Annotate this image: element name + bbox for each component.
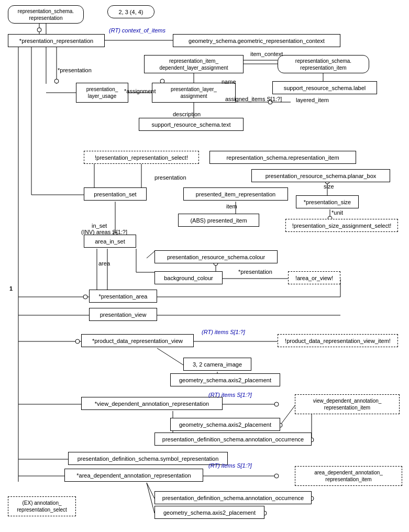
svg-line-40 (147, 251, 154, 258)
svg-point-63 (75, 339, 80, 343)
representation-schema-representation-box: representation_schema. representation (8, 5, 84, 24)
label-rt-items-3: (RT) items S[1:?] (208, 462, 252, 469)
label-assigned-items: assigned_items S[1:?] (225, 96, 282, 102)
support-resource-schema-label-box: support_resource_schema.label (272, 81, 377, 94)
label-description: description (173, 111, 201, 117)
presentation-representation-select-box: !presentation_representation_select! (84, 151, 199, 164)
svg-point-53 (274, 474, 279, 478)
svg-point-65 (37, 28, 41, 32)
presented-item-representation-box: presented_item_representation (183, 187, 288, 201)
area-in-set-box: area_in_set (84, 235, 136, 248)
presentation-size-box: *presentation_size (296, 195, 359, 208)
label-presentation-1: *presentation (58, 67, 92, 73)
label-inv-areas: (INV) areas S[1:?] (81, 229, 127, 235)
area-dependent-annotation-representation-item-box: area_dependent_annotation_ representatio… (295, 466, 402, 486)
view-dependent-annotation-representation-item-box: view_dependent_annotation_ representatio… (295, 394, 400, 414)
presentation-resource-schema-colour-box: presentation_resource_schema.colour (154, 250, 278, 263)
uml-diagram: representation_schema. representation 2,… (0, 0, 409, 532)
representation-item-dependent-layer-assignment-box: representation_item_ dependent_layer_ass… (144, 55, 244, 73)
support-resource-schema-text-box: support_resource_schema.text (139, 118, 244, 131)
area-dependent-annotation-representation-box: *area_dependent_annotation_representatio… (64, 469, 203, 482)
presentation-set-box: presentation_set (84, 187, 147, 201)
svg-line-37 (280, 404, 296, 425)
svg-line-35 (147, 483, 154, 498)
camera-image-box: 3, 2 camera_image (183, 358, 251, 371)
label-presentation-2: presentation (154, 174, 186, 181)
label-presentation-3: *presentation (238, 269, 272, 275)
representation-schema-representation-item-2-box: representation_schema.representation_ite… (209, 151, 356, 164)
presentation-layer-usage-box: presentation_ layer_usage (76, 83, 128, 103)
area-or-view-box: !area_or_view! (288, 271, 340, 284)
presented-item-box: (ABS) presented_item (178, 214, 259, 227)
svg-point-62 (83, 295, 87, 299)
label-context-of-items: (RT) context_of_items (109, 27, 165, 34)
presentation-view-box: presentation_view (89, 308, 157, 321)
label-unit: *unit (331, 209, 343, 216)
label-item: item (226, 203, 237, 209)
geometry-schema-axis2-placement-2-box: geometry_schema.axis2_placement (170, 418, 280, 431)
product-data-representation-view-box: *product_data_representation_view (81, 334, 194, 347)
label-area: area (98, 260, 110, 267)
presentation-area-box: *presentation_area (89, 290, 157, 303)
presentation-definition-schema-annotation-occurrence-1-box: presentation_definition_schema.annotatio… (154, 433, 312, 446)
presentation-layer-assignment-box: presentation_layer_ assignment (152, 83, 236, 103)
presentation-size-assignment-select-box: !presentation_size_assignment_select! (285, 219, 398, 232)
geometry-schema-axis2-placement-1-box: geometry_schema.axis2_placement (170, 373, 280, 386)
label-name: name (222, 79, 236, 85)
label-size: size (324, 183, 334, 190)
presentation-resource-schema-planar-box-box: presentation_resource_schema.planar_box (251, 169, 390, 182)
geometric-representation-context-box: geometry_schema.geometric_representation… (173, 34, 340, 47)
svg-point-48 (54, 79, 59, 83)
label-item-context: item_context (250, 51, 283, 57)
label-in-set: in_set (92, 223, 107, 229)
presentation-definition-schema-symbol-representation-box: presentation_definition_schema.symbol_re… (68, 452, 228, 465)
background-colour-box: background_colour (154, 271, 223, 284)
svg-line-29 (157, 348, 183, 365)
product-data-representation-view-item-box: !product_data_representation_view_item! (278, 334, 398, 347)
view-dependent-annotation-representation-box: *view_dependent_annotation_representatio… (81, 397, 223, 410)
svg-line-36 (147, 483, 154, 513)
label-1: 1 (9, 285, 13, 292)
presentation-definition-schema-annotation-occurrence-2-box: presentation_definition_schema.annotatio… (154, 491, 312, 504)
label-assignment: *assignment (124, 88, 156, 94)
badge-2-3-4-4: 2, 3 (4, 4) (107, 5, 154, 18)
geometry-schema-axis2-placement-3-box: geometry_schema.axis2_placement (154, 506, 264, 519)
label-rt-items-1: (RT) items S[1:?] (202, 329, 245, 335)
label-layered-item: layered_item (296, 97, 329, 103)
presentation-representation-box: *presentation_representation (8, 34, 105, 47)
label-rt-items-2: (RT) items S[1:?] (208, 392, 252, 398)
svg-point-52 (274, 402, 279, 406)
annotation-representation-select-box: (EX) annotation_ representation_select (8, 496, 76, 516)
representation-schema-representation-item-box: representation_schema. representation_it… (278, 55, 369, 73)
